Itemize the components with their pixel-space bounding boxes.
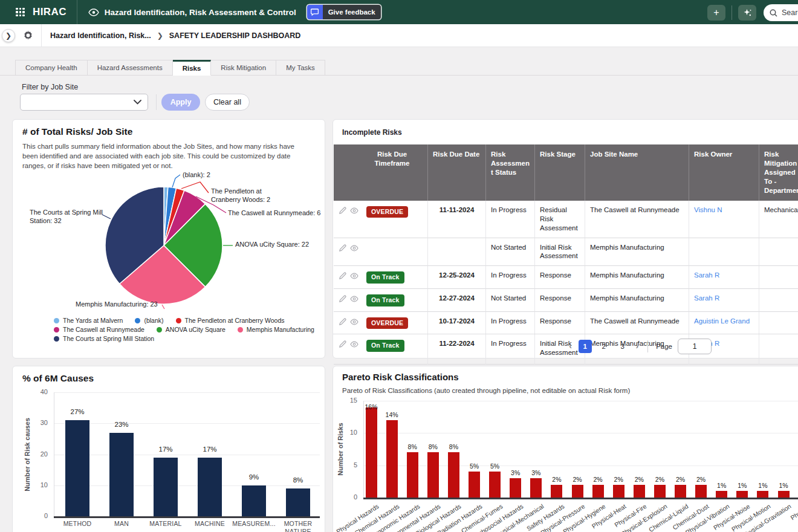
cell-department bbox=[759, 266, 798, 289]
gridline-10 bbox=[54, 485, 320, 486]
legend-dot bbox=[135, 318, 140, 323]
expand-sidebar-button[interactable]: ❯ bbox=[2, 29, 15, 42]
table-row: On Track12-27-2024Not StartedResponseMem… bbox=[334, 289, 798, 312]
risk-owner-link[interactable]: Aguistin Le Grand bbox=[694, 317, 750, 325]
y-axis-label: Number of Risks bbox=[337, 423, 344, 475]
pie-callout-blank: (blank): 2 bbox=[183, 170, 210, 179]
sixm-bar-chart: 010203040Number of Risk causes27%METHOD2… bbox=[13, 366, 325, 532]
view-eye-icon[interactable] bbox=[350, 319, 358, 325]
cell-risk-due-timeframe: OVERDUE bbox=[334, 201, 428, 238]
filter-divider bbox=[156, 94, 157, 110]
topbar-right-divider bbox=[731, 5, 732, 20]
row-action-icons bbox=[339, 244, 358, 252]
timeframe-badge-overdue: OVERDUE bbox=[366, 206, 408, 218]
legend-item-the-yards-at-malvern: The Yards at Malvern bbox=[54, 317, 123, 324]
ai-sparkle-button[interactable] bbox=[738, 5, 756, 21]
gridline-20 bbox=[54, 455, 320, 455]
cell-department: Mechanical bbox=[759, 201, 798, 238]
bar-safety-hazards bbox=[551, 485, 562, 498]
risk-owner-link[interactable]: Vishnu N bbox=[694, 206, 722, 213]
cell-risk-assessment-status: In Progress bbox=[486, 266, 535, 289]
legend-item-the-caswell-at-runnymeade: The Caswell at Runnymeade bbox=[54, 326, 144, 333]
search-input[interactable]: Search bbox=[764, 4, 798, 21]
page-label: Page bbox=[656, 343, 672, 350]
edit-pencil-icon[interactable] bbox=[339, 244, 346, 252]
column-header-risk-mitigation-assigned-to-department[interactable]: Risk Mitigation Assigned To - Department bbox=[759, 144, 798, 201]
column-header-risk-assessment-status[interactable]: Risk Assessment Status bbox=[486, 144, 535, 201]
y-tick-10: 10 bbox=[343, 429, 357, 436]
bar-physical-hazards bbox=[366, 407, 377, 498]
add-button[interactable]: + bbox=[707, 5, 725, 21]
bar-environmental-hazards bbox=[427, 452, 439, 498]
breadcrumb-divider bbox=[41, 24, 42, 47]
view-eye-icon[interactable] bbox=[350, 207, 358, 214]
legend-item-blank: (blank) bbox=[135, 317, 163, 324]
gridline-15 bbox=[363, 401, 798, 401]
apply-button[interactable]: Apply bbox=[161, 94, 200, 111]
cell-risk-assessment-status: Not Started bbox=[486, 238, 535, 267]
gridline-10 bbox=[363, 433, 798, 433]
cell-risk-due-timeframe bbox=[334, 238, 428, 267]
tab-risk-mitigation[interactable]: Risk Mitigation bbox=[211, 60, 276, 76]
gear-icon[interactable] bbox=[23, 30, 33, 41]
bar-machine bbox=[198, 458, 222, 516]
edit-pencil-icon[interactable] bbox=[339, 318, 346, 326]
edit-pencil-icon[interactable] bbox=[339, 207, 346, 215]
y-tick-0: 0 bbox=[343, 493, 357, 501]
x-label-measurem: MEASUREM... bbox=[232, 520, 276, 528]
column-header-risk-owner[interactable]: Risk Owner bbox=[689, 144, 759, 201]
x-axis-line bbox=[54, 516, 320, 518]
table-row: On Track12-25-2024In ProgressResponseMem… bbox=[334, 266, 798, 289]
pagination-divider bbox=[647, 340, 648, 352]
bar-value-biological-hazards: 8% bbox=[440, 443, 467, 450]
bar-value-physical: 1% bbox=[791, 482, 798, 489]
pagination-page-2[interactable]: 2 bbox=[597, 340, 611, 353]
tab-hazard-assessments[interactable]: Hazard Assessments bbox=[88, 60, 173, 76]
column-header-job-site-name[interactable]: Job Site Name bbox=[585, 144, 689, 201]
pie-callout-the-courts-at-spring-mill-station: The Courts at Spring Mill Station: 32 bbox=[30, 208, 103, 225]
view-eye-icon[interactable] bbox=[350, 273, 358, 279]
give-feedback-button[interactable]: Give feedback bbox=[307, 5, 381, 19]
pagination-next-icon[interactable]: › bbox=[635, 342, 640, 351]
column-header-risk-stage[interactable]: Risk Stage bbox=[535, 144, 585, 201]
bar-man bbox=[109, 433, 134, 516]
edit-pencil-icon[interactable] bbox=[339, 272, 346, 280]
chevron-right-icon: ❯ bbox=[157, 31, 163, 40]
page-number-input[interactable] bbox=[678, 339, 712, 354]
pie-callout-the-caswell-at-runnymeade: The Caswell at Runnymeade: 6 bbox=[228, 209, 320, 217]
tab-risks[interactable]: Risks bbox=[173, 60, 212, 76]
bar-physical-gravitation bbox=[778, 491, 790, 498]
clear-all-button[interactable]: Clear all bbox=[205, 94, 250, 111]
bar-chemical-dust bbox=[695, 485, 707, 498]
view-eye-icon[interactable] bbox=[350, 245, 358, 251]
legend-label: The Pendleton at Cranberry Woods bbox=[185, 317, 285, 324]
edit-pencil-icon[interactable] bbox=[339, 295, 346, 303]
tab-company-health[interactable]: Company Health bbox=[15, 60, 88, 76]
job-site-select[interactable] bbox=[20, 94, 148, 111]
tab-my-tasks[interactable]: My Tasks bbox=[276, 60, 325, 76]
bar-chemical-hazards bbox=[386, 420, 398, 498]
legend-dot bbox=[54, 327, 59, 332]
pagination-page-1[interactable]: 1 bbox=[579, 340, 592, 353]
cell-risk-owner bbox=[689, 238, 759, 267]
x-label-material: MATERIAL bbox=[143, 520, 188, 528]
legend-label: Memphis Manufacturing bbox=[247, 326, 314, 333]
view-eye-icon[interactable] bbox=[350, 296, 358, 302]
breadcrumb-app[interactable]: Hazard Identification, Risk... bbox=[50, 31, 151, 40]
pagination-prev-icon[interactable]: ‹ bbox=[568, 342, 573, 351]
risk-owner-link[interactable]: Sarah R bbox=[694, 271, 719, 279]
pagination-page-3[interactable]: 3 bbox=[616, 340, 629, 353]
column-header-risk-due-date[interactable]: Risk Due Date bbox=[428, 144, 486, 201]
y-tick-30: 30 bbox=[33, 419, 48, 426]
app-root: HIRAC Hazard Identification, Risk Assess… bbox=[0, 0, 798, 532]
legend-row: The Yards at Malvern(blank)The Pendleton… bbox=[54, 317, 314, 324]
app-grid-icon[interactable] bbox=[16, 8, 25, 17]
row-action-icons bbox=[339, 317, 358, 326]
risk-owner-link[interactable]: Sarah R bbox=[694, 294, 719, 302]
gridline-40 bbox=[54, 392, 320, 393]
y-tick-15: 15 bbox=[343, 397, 357, 404]
filter-label: Filter by Job Site bbox=[22, 83, 78, 91]
cell-risk-due-date: 12-27-2024 bbox=[428, 289, 486, 312]
column-header-risk-due-timeframe[interactable]: Risk Due Timeframe bbox=[334, 144, 428, 201]
pagination-pages: 123 bbox=[579, 340, 629, 353]
